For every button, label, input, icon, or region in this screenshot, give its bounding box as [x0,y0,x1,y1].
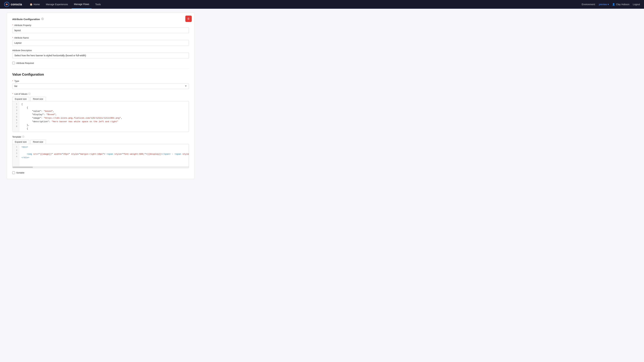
attribute-property-group: * Attribute Property [12,24,189,33]
attribute-required-checkbox[interactable] [12,62,15,64]
list-expand-size-button[interactable]: Expand size [12,97,29,101]
user-info: 👤 Clay Hobson [612,3,630,6]
required-marker: * [12,80,13,82]
type-group: * Type list [12,80,189,89]
attribute-config-info-icon[interactable]: ⓘ [41,17,44,21]
template-editor[interactable]: 1 2 3 4 <div> <img src="{{image}}" width… [12,144,189,168]
attribute-required-group: Attribute Required [12,62,189,64]
attribute-property-input[interactable] [12,27,189,33]
list-of-values-info-icon[interactable]: ⓘ [28,92,30,95]
template-editor-inner: 1 2 3 4 <div> <img src="{{image}}" width… [12,144,189,166]
template-scrollbar-thumb [13,167,33,168]
type-label: * Type [12,80,189,82]
environment-label: Environment: [582,3,595,6]
template-label: Template ⓘ [12,135,189,138]
attribute-config-title: Attribute Configuration ⓘ [12,17,189,21]
value-config-title: Value Configuration [12,72,189,76]
nav-manage-flows[interactable]: Manage Flows [72,0,92,9]
brand-logo-icon [4,2,10,7]
nav-home[interactable]: 🏠 Home [27,0,42,9]
list-editor-toolbar: Expand size Reset size [12,97,189,101]
attribute-description-group: Attribute Description [12,49,189,58]
main-content: Attribute Configuration ⓘ 🗑 * Attribute … [0,9,201,183]
attribute-config-card: Attribute Configuration ⓘ 🗑 * Attribute … [7,13,194,179]
required-marker: * [12,36,13,39]
type-select[interactable]: list [12,83,189,89]
list-code-content: [ { "value": "boxed", "display": "Boxed"… [19,101,189,132]
required-marker: * [12,93,13,95]
logout-button[interactable]: Logout [633,3,640,6]
attribute-description-input[interactable] [12,53,189,58]
required-marker: * [12,24,13,26]
attribute-property-label: * Attribute Property [12,24,189,26]
template-section: Template ⓘ Expand size Reset size 1 2 3 … [12,135,189,168]
template-line-numbers: 1 2 3 4 [12,144,19,166]
template-code-content: <div> <img src="{{image}}" width="25px" … [19,144,189,166]
list-line-numbers: 1 2 3 4 5 6 7 8 [12,101,19,132]
list-of-values-section: * List of Values ⓘ Expand size Reset siz… [12,92,189,132]
template-editor-toolbar: Expand size Reset size [12,140,189,144]
brand-name: conscia [11,3,22,6]
list-of-values-editor[interactable]: 1 2 3 4 5 6 7 8 [ { "value": "boxed", "d… [12,101,189,132]
delete-button[interactable]: 🗑 [185,15,192,22]
sortable-checkbox[interactable] [12,171,15,174]
sortable-group: Sortable [12,171,189,174]
nav-tools[interactable]: Tools [93,0,103,9]
nav-manage-experiences[interactable]: Manage Experiences [44,0,70,9]
attribute-name-input[interactable] [12,40,189,46]
chevron-down-icon: ▾ [608,3,609,6]
svg-point-1 [6,4,8,5]
attribute-name-group: * Attribute Name [12,36,189,46]
template-info-icon[interactable]: ⓘ [22,135,24,138]
attribute-required-label[interactable]: Attribute Required [16,62,34,64]
sortable-label[interactable]: Sortable [16,171,24,174]
navbar: conscia 🏠 Home Manage Experiences Manage… [0,0,644,9]
environment-value[interactable]: preview ▾ [599,3,609,6]
user-name: Clay Hobson [616,3,630,6]
navbar-right: Environment: preview ▾ 👤 Clay Hobson Log… [582,3,640,6]
attribute-name-label: * Attribute Name [12,36,189,39]
brand: conscia [4,2,22,7]
user-icon: 👤 [612,3,615,6]
attribute-description-label: Attribute Description [12,49,189,52]
template-expand-size-button[interactable]: Expand size [12,140,29,144]
trash-icon: 🗑 [187,17,190,20]
template-reset-size-button[interactable]: Reset size [30,140,46,144]
template-scrollbar[interactable] [12,166,189,168]
list-editor-inner: 1 2 3 4 5 6 7 8 [ { "value": "boxed", "d… [12,101,189,132]
list-of-values-label: * List of Values ⓘ [12,92,189,95]
list-reset-size-button[interactable]: Reset size [30,97,46,101]
home-icon: 🏠 [30,3,32,6]
